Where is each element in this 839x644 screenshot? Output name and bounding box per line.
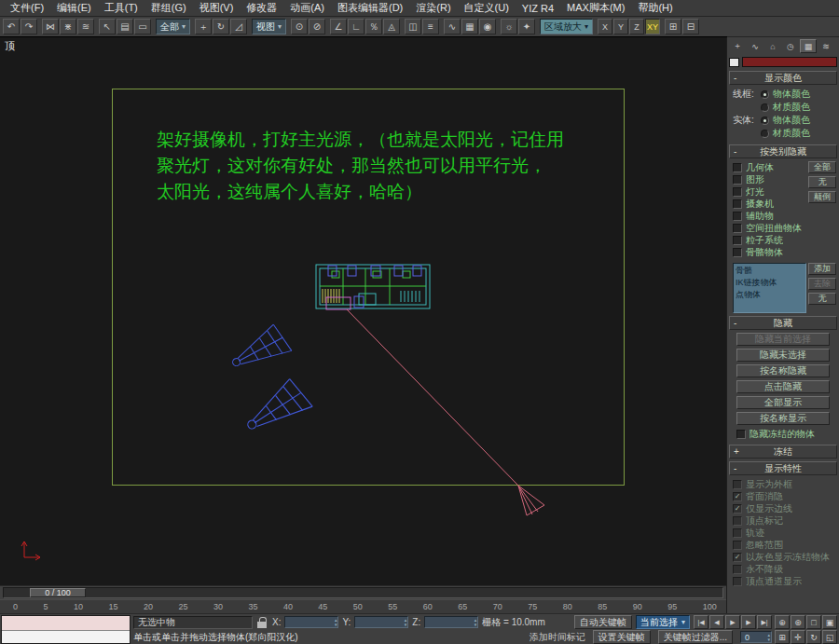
play-button[interactable]: ▶ [725,615,740,629]
remove-button[interactable]: 去除 [808,278,836,290]
rollout-display-color[interactable]: - 显示颜色 [729,71,837,85]
curve-editor-icon[interactable]: ∿ [444,19,461,34]
checkbox[interactable] [733,248,742,257]
house-stairs[interactable] [323,289,339,303]
hide-selected-button[interactable]: 隐藏当前选择 [736,333,830,346]
mirror-icon[interactable]: ◫ [405,19,421,34]
listener-script-line[interactable] [2,630,130,643]
property-checkbox-row[interactable]: ✓ 仅显示边线 [733,502,836,514]
category-checkbox-row[interactable]: 粒子系统 [733,234,806,246]
select-icon[interactable]: ↖ [99,19,116,34]
current-frame-field[interactable]: 0▴▾ [740,631,772,643]
constraint-x-button[interactable]: X [598,19,612,34]
category-checkbox-row[interactable]: 空间扭曲物体 [733,222,806,234]
add-time-tag[interactable]: 添加时间标记 [530,631,585,644]
pan-icon[interactable]: ✛ [791,630,805,644]
checkbox[interactable] [733,577,742,586]
menu-item[interactable]: 群组(G) [144,0,193,16]
menu-item[interactable]: MAX脚本(M) [560,0,631,16]
checkbox[interactable] [733,516,742,526]
tab-create[interactable]: ＋ [729,39,746,53]
redo-icon[interactable]: ↷ [21,19,37,34]
next-frame-button[interactable]: ▶ [741,615,756,629]
list-item[interactable]: 骨骼 [736,265,805,277]
angle-snap-icon[interactable]: ∟ [348,19,364,34]
rollout-display-properties[interactable]: - 显示特性 [729,461,837,475]
zoom-extents-all-icon[interactable]: ▣ [822,615,837,629]
hide-frozen-row[interactable]: 隐藏冻结的物体 [736,428,830,440]
schematic-view-icon[interactable]: ▦ [461,19,478,34]
menu-item[interactable]: 帮助(H) [631,0,679,16]
checkbox[interactable] [733,480,742,489]
spinner-icon[interactable]: ▴▾ [767,633,770,642]
menu-item[interactable]: 视图(V) [193,0,241,16]
menu-item[interactable]: 修改器 [240,0,283,16]
select-region-icon[interactable]: ▭ [134,19,151,34]
unhide-all-button[interactable]: 全部显示 [736,396,830,409]
undo-icon[interactable]: ↶ [3,19,20,34]
category-checkbox-row[interactable]: 辅助物 [733,210,806,222]
zoom-mode-dropdown[interactable]: 区域放大▾ [540,19,593,34]
rotate-icon[interactable]: ↻ [213,19,229,34]
category-checkbox-row[interactable]: 图形 [733,173,806,185]
scene-wireframes[interactable] [0,37,726,585]
property-checkbox-row[interactable]: 永不降级 [733,563,836,575]
selection-filter-dropdown[interactable]: 全部▾ [156,19,190,34]
checkbox[interactable] [733,224,742,233]
hide-unselected-button[interactable]: 隐藏未选择 [736,349,830,362]
checkbox[interactable]: ✓ [733,504,742,514]
link-icon[interactable]: ⋈ [42,19,59,34]
radio-button[interactable] [761,130,769,138]
tab-display[interactable]: ▦ [800,39,817,53]
category-checkbox-row[interactable]: 骨骼物体 [733,246,806,258]
tab-motion[interactable]: ◷ [782,39,799,53]
menu-item[interactable]: 渲染(R) [409,0,457,16]
zoom-icon[interactable]: ⊕ [775,615,790,629]
rollout-hide-by-category[interactable]: - 按类别隐藏 [729,144,837,158]
property-checkbox-row[interactable]: 忽略范围 [733,539,836,551]
menu-item[interactable]: 工具(T) [98,0,144,16]
spinner-icon[interactable]: ▴▾ [405,618,407,627]
manipulate-icon[interactable]: ⊘ [309,19,325,34]
radio-button[interactable] [761,103,769,112]
rollout-hide[interactable]: - 隐藏 [729,316,837,330]
house-selected-part[interactable] [326,297,351,309]
color-white-swatch[interactable] [729,58,739,67]
rollout-freeze[interactable]: + 冻结 [729,445,837,459]
checkbox[interactable] [733,541,742,550]
unlink-icon[interactable]: ⋇ [60,19,76,34]
list-item[interactable]: IK链接物体 [736,277,805,289]
list-item[interactable]: 点物体 [736,289,805,301]
reference-coordsys-dropdown[interactable]: 视图▾ [252,19,286,34]
viewport-label[interactable]: 顶 [5,39,15,53]
snap-toggle-icon[interactable]: ∠ [330,19,347,34]
maximize-viewport-icon[interactable]: ◱ [822,630,837,644]
bind-spacewarp-icon[interactable]: ≋ [77,19,94,34]
unhide-by-name-button[interactable]: 按名称显示 [736,412,830,425]
object-color-swatch[interactable] [742,57,837,67]
checkbox[interactable] [733,212,742,221]
category-checkbox-row[interactable]: 摄象机 [733,198,806,210]
checkbox[interactable] [733,199,742,209]
constraint-y-button[interactable]: Y [613,19,628,34]
display-color-option[interactable]: 材质颜色 [733,127,836,140]
checkbox[interactable] [733,565,742,574]
radio-button[interactable] [761,90,769,99]
quick-render-icon[interactable]: ✦ [518,19,535,34]
go-end-button[interactable]: ▶| [757,615,772,629]
track-bar[interactable]: 0510152025303540455055606570758085909510… [0,599,726,613]
render-scene-icon[interactable]: ☼ [501,19,517,34]
all-button[interactable]: 全部 [808,161,836,173]
checkbox[interactable]: ✓ [733,492,742,501]
hide-by-hit-button[interactable]: 点击隐藏 [736,380,830,393]
maxscript-mini-listener[interactable] [1,615,131,644]
property-checkbox-row[interactable]: 显示为外框 [733,478,836,490]
checkbox[interactable] [733,175,742,185]
list-none-button[interactable]: 无 [808,293,836,305]
scale-icon[interactable]: ◿ [230,19,247,34]
constraint-xy-button[interactable]: XY [645,19,660,34]
house-interior-walls[interactable] [320,268,426,305]
checkbox[interactable] [733,528,742,538]
tab-hierarchy[interactable]: ⌂ [764,39,781,53]
menu-item[interactable]: 文件(F) [4,0,50,16]
